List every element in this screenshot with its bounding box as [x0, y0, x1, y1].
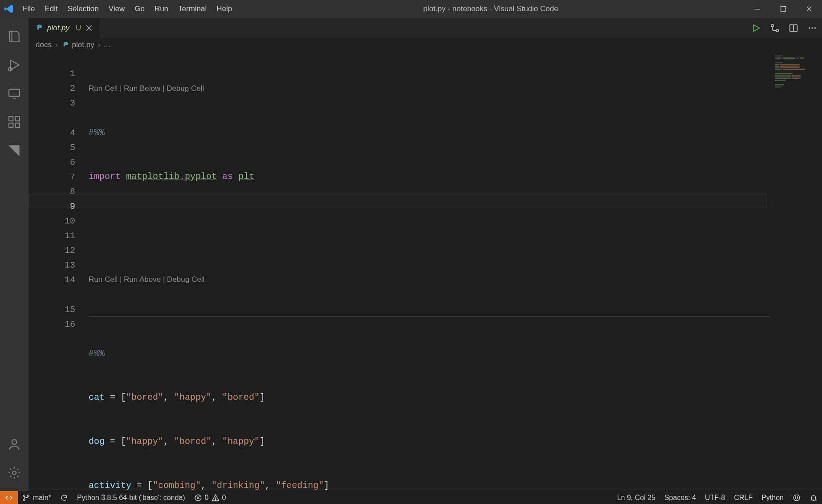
code-line-1: #%% — [89, 125, 105, 140]
menu-go[interactable]: Go — [130, 0, 150, 18]
svg-rect-1 — [781, 7, 786, 12]
run-file-button[interactable] — [750, 22, 762, 34]
svg-rect-4 — [9, 89, 20, 97]
svg-rect-8 — [16, 123, 20, 127]
code-line-2: import matplotlib.pyplot as plt — [89, 169, 822, 184]
breadcrumb-more[interactable]: ... — [104, 41, 110, 49]
split-editor-button[interactable] — [787, 22, 800, 34]
status-remote-button[interactable] — [0, 491, 18, 504]
code-line-7: activity = ["combing", "drinking", "feed… — [89, 478, 822, 491]
activity-jupyter[interactable] — [0, 136, 28, 165]
svg-rect-7 — [9, 123, 13, 127]
svg-point-26 — [795, 496, 796, 497]
svg-point-21 — [28, 495, 29, 496]
window-controls — [745, 0, 822, 18]
svg-rect-0 — [755, 9, 760, 9]
menu-view[interactable]: View — [104, 0, 130, 18]
code-editor[interactable]: 1 2 3 4 5 6 7 8 9 10 11 12 13 14 15 16 — [28, 52, 822, 491]
svg-point-13 — [776, 29, 779, 32]
chevron-right-icon: › — [55, 41, 58, 49]
window-minimize-button[interactable] — [745, 0, 770, 18]
editor-actions — [750, 18, 822, 38]
svg-rect-5 — [9, 117, 13, 121]
status-indentation[interactable]: Spaces: 4 — [660, 491, 700, 504]
svg-marker-11 — [754, 25, 760, 32]
svg-point-24 — [215, 499, 216, 500]
status-language-mode[interactable]: Python — [757, 491, 788, 504]
window-close-button[interactable] — [796, 0, 822, 18]
menu-terminal[interactable]: Terminal — [173, 0, 212, 18]
tab-plot-py[interactable]: plot.py U — [28, 18, 99, 38]
status-notifications-button[interactable] — [805, 491, 822, 504]
code-line-6: dog = ["happy", "bored", "happy"] — [89, 434, 822, 449]
menu-bar: File Edit Selection View Go Run Terminal… — [18, 0, 237, 18]
vscode-logo-icon — [0, 0, 18, 18]
status-feedback-button[interactable] — [788, 491, 805, 504]
status-error-count: 0 — [205, 494, 209, 502]
status-encoding[interactable]: UTF-8 — [700, 491, 729, 504]
title-bar: File Edit Selection View Go Run Terminal… — [0, 0, 822, 18]
status-bar: main* Python 3.8.5 64-bit ('base': conda… — [0, 491, 822, 504]
status-sync-button[interactable] — [56, 491, 73, 504]
status-branch-name: main* — [33, 494, 51, 502]
chevron-right-icon: › — [98, 41, 101, 49]
breadcrumb-folder[interactable]: docs — [36, 41, 52, 49]
menu-help[interactable]: Help — [212, 0, 237, 18]
svg-point-9 — [12, 439, 17, 444]
status-cursor-position[interactable]: Ln 9, Col 25 — [613, 491, 660, 504]
activity-remote[interactable] — [0, 79, 28, 108]
svg-point-18 — [814, 27, 816, 28]
breadcrumb-file[interactable]: plot.py — [72, 41, 94, 49]
line-gutter: 1 2 3 4 5 6 7 8 9 10 11 12 13 14 15 16 — [28, 52, 89, 491]
tab-modified-badge: U — [76, 24, 81, 33]
more-actions-button[interactable] — [806, 22, 818, 34]
window-title: plot.py - notebooks - Visual Studio Code — [237, 4, 745, 13]
tab-close-button[interactable] — [85, 24, 93, 32]
cell-divider — [89, 316, 771, 317]
svg-point-20 — [24, 499, 25, 500]
status-eol[interactable]: CRLF — [729, 491, 757, 504]
editor-tabs: plot.py U — [28, 18, 822, 38]
tab-filename: plot.py — [47, 24, 69, 33]
svg-point-25 — [794, 495, 800, 501]
svg-point-10 — [12, 471, 16, 475]
status-python-interpreter[interactable]: Python 3.8.5 64-bit ('base': conda) — [73, 491, 190, 504]
file-python-icon — [61, 41, 69, 49]
status-problems[interactable]: 0 0 — [190, 491, 231, 504]
svg-point-12 — [771, 24, 774, 27]
codelens-cell-1[interactable]: Run Cell | Run Below | Debug Cell — [89, 81, 822, 96]
activity-bar — [0, 18, 28, 491]
codelens-cell-2[interactable]: Run Cell | Run Above | Debug Cell — [89, 272, 822, 287]
activity-settings[interactable] — [0, 459, 28, 487]
svg-rect-6 — [16, 117, 20, 121]
file-python-icon — [35, 24, 43, 32]
menu-edit[interactable]: Edit — [40, 0, 62, 18]
status-branch[interactable]: main* — [18, 491, 56, 504]
code-content[interactable]: Run Cell | Run Below | Debug Cell #%% im… — [89, 52, 822, 491]
svg-point-19 — [24, 495, 25, 496]
menu-selection[interactable]: Selection — [63, 0, 104, 18]
activity-explorer[interactable] — [0, 22, 28, 51]
activity-extensions[interactable] — [0, 108, 28, 136]
menu-file[interactable]: File — [18, 0, 40, 18]
window-maximize-button[interactable] — [770, 0, 796, 18]
breadcrumb[interactable]: docs › plot.py › ... — [28, 38, 822, 52]
minimap[interactable] — [773, 52, 822, 491]
code-line-5: cat = ["bored", "happy", "bored"] — [89, 390, 822, 405]
svg-point-27 — [798, 496, 798, 497]
code-line-4: #%% — [89, 346, 105, 361]
svg-point-17 — [811, 27, 813, 28]
code-line-3 — [89, 213, 822, 228]
activity-account[interactable] — [0, 430, 28, 459]
activity-run-debug[interactable] — [0, 51, 28, 79]
menu-run[interactable]: Run — [150, 0, 173, 18]
status-warning-count: 0 — [222, 494, 226, 502]
diff-button[interactable] — [769, 22, 781, 34]
svg-point-16 — [809, 27, 810, 28]
